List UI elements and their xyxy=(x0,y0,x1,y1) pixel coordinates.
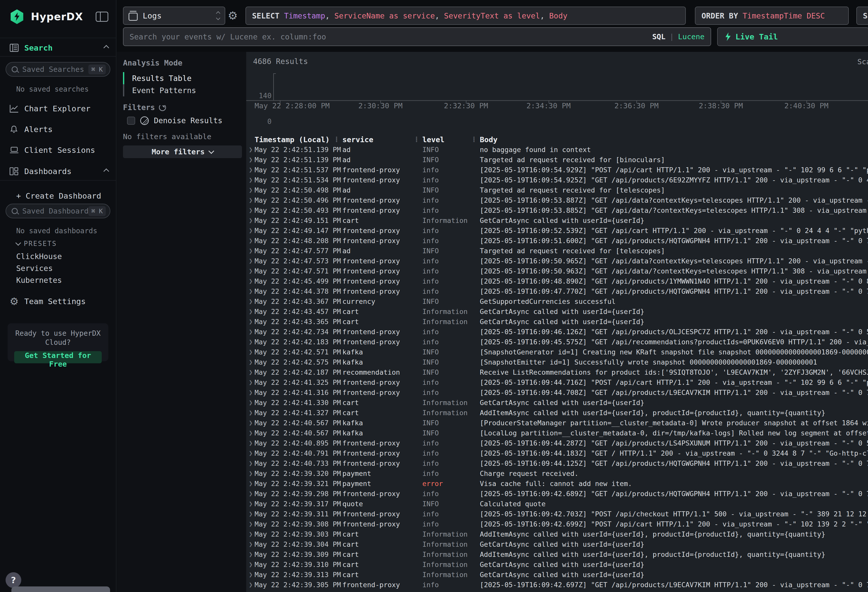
sidebar-item-client-sessions[interactable]: Client Sessions xyxy=(10,143,108,157)
table-row[interactable]: ❯May 22 2:42:42.734 PMfrontend-proxyinfo… xyxy=(246,326,868,337)
row-expand-chevron-icon[interactable]: ❯ xyxy=(249,186,253,194)
table-row[interactable]: ❯May 22 2:42:45.499 PMfrontend-proxyinfo… xyxy=(246,276,868,286)
table-row[interactable]: ❯May 22 2:42:39.317 PMquoteINFOCalculate… xyxy=(246,499,868,509)
table-row[interactable]: ❯May 22 2:42:50.498 PMadINFOTargeted ad … xyxy=(246,185,868,195)
more-filters-button[interactable]: More filters xyxy=(123,145,242,158)
table-row[interactable]: ❯May 22 2:42:47.573 PMfrontend-proxyinfo… xyxy=(246,256,868,266)
row-expand-chevron-icon[interactable]: ❯ xyxy=(249,176,253,184)
column-header-body[interactable]: Body xyxy=(480,135,497,144)
table-row[interactable]: ❯May 22 2:42:42.183 PMfrontend-proxyinfo… xyxy=(246,337,868,347)
row-expand-chevron-icon[interactable]: ❯ xyxy=(249,480,253,487)
order-by-input[interactable]: ORDER BY TimestampTime DESC xyxy=(695,7,849,25)
row-expand-chevron-icon[interactable]: ❯ xyxy=(249,368,253,376)
column-resize-handle[interactable]: ⁞ xyxy=(335,135,337,144)
sidebar-item-search[interactable]: Search xyxy=(10,40,108,55)
analysis-mode-event-patterns[interactable]: Event Patterns xyxy=(123,84,241,96)
column-resize-handle[interactable]: ⁞ xyxy=(415,135,417,144)
row-expand-chevron-icon[interactable]: ❯ xyxy=(249,156,253,164)
table-row[interactable]: ❯May 22 2:42:49.147 PMfrontend-proxyinfo… xyxy=(246,226,868,236)
table-row[interactable]: ❯May 22 2:42:51.534 PMfrontend-proxyinfo… xyxy=(246,175,868,185)
table-row[interactable]: ❯May 22 2:42:39.308 PMfrontend-proxyinfo… xyxy=(246,519,868,529)
table-row[interactable]: ❯May 22 2:42:39.303 PMcartInformationAdd… xyxy=(246,529,868,539)
table-row[interactable]: ❯May 22 2:42:39.311 PMfrontend-proxyinfo… xyxy=(246,509,868,519)
table-row[interactable]: ❯May 22 2:42:51.537 PMfrontend-proxyinfo… xyxy=(246,165,868,175)
select-clause-input[interactable]: SELECT Timestamp, ServiceName as service… xyxy=(245,7,686,25)
row-expand-chevron-icon[interactable]: ❯ xyxy=(249,267,253,275)
table-row[interactable]: ❯May 22 2:42:40.895 PMfrontend-proxyinfo… xyxy=(246,438,868,448)
row-expand-chevron-icon[interactable]: ❯ xyxy=(249,571,253,578)
sidebar-item-alerts[interactable]: Alerts xyxy=(10,122,108,137)
table-row[interactable]: ❯May 22 2:42:47.577 PMadINFOTargeted ad … xyxy=(246,246,868,256)
row-expand-chevron-icon[interactable]: ❯ xyxy=(249,378,253,386)
row-expand-chevron-icon[interactable]: ❯ xyxy=(249,348,253,356)
table-row[interactable]: ❯May 22 2:42:43.365 PMcartInformationGet… xyxy=(246,316,868,326)
row-expand-chevron-icon[interactable]: ❯ xyxy=(249,409,253,416)
table-row[interactable]: ❯May 22 2:42:42.571 PMkafkaINFO[Snapshot… xyxy=(246,347,868,357)
presets-section-toggle[interactable]: PRESETS xyxy=(16,240,57,247)
table-row[interactable]: ❯May 22 2:42:43.457 PMcartInformationGet… xyxy=(246,306,868,316)
refresh-icon[interactable] xyxy=(159,104,166,111)
row-expand-chevron-icon[interactable]: ❯ xyxy=(249,287,253,295)
row-expand-chevron-icon[interactable]: ❯ xyxy=(249,581,253,589)
row-expand-chevron-icon[interactable]: ❯ xyxy=(249,146,253,153)
table-row[interactable]: ❯May 22 2:42:41.327 PMcartInformationAdd… xyxy=(246,407,868,418)
row-expand-chevron-icon[interactable]: ❯ xyxy=(249,166,253,174)
lang-sql-toggle[interactable]: SQL xyxy=(652,32,665,41)
table-row[interactable]: ❯May 22 2:42:40.567 PMkafkaINFO[LocalLog… xyxy=(246,428,868,438)
row-expand-chevron-icon[interactable]: ❯ xyxy=(249,439,253,447)
column-resize-handle[interactable]: ⁞ xyxy=(473,135,475,144)
table-row[interactable]: ❯May 22 2:42:51.139 PMadINFOno baggage f… xyxy=(246,145,868,155)
row-expand-chevron-icon[interactable]: ❯ xyxy=(249,207,253,214)
save-button[interactable]: Sa xyxy=(856,7,868,25)
table-row[interactable]: ❯May 22 2:42:40.567 PMkafkaINFO[Producer… xyxy=(246,418,868,428)
row-expand-chevron-icon[interactable]: ❯ xyxy=(249,237,253,244)
get-started-button[interactable]: Get Started for Free xyxy=(14,351,102,363)
saved-dashboards-input[interactable]: Saved Dashboards ⌘ K xyxy=(6,204,110,218)
saved-searches-input[interactable]: Saved Searches ⌘ K xyxy=(6,62,110,77)
table-row[interactable]: ❯May 22 2:42:39.306 PMfrontend-proxyinfo… xyxy=(246,590,868,592)
table-row[interactable]: ❯May 22 2:42:39.321 PMpaymenterrorVisa c… xyxy=(246,478,868,489)
row-expand-chevron-icon[interactable]: ❯ xyxy=(249,308,253,315)
table-row[interactable]: ❯May 22 2:42:39.309 PMcartInformationAdd… xyxy=(246,549,868,560)
table-row[interactable]: ❯May 22 2:42:49.151 PMcartInformationGet… xyxy=(246,215,868,226)
column-header-level[interactable]: level xyxy=(422,135,444,144)
row-expand-chevron-icon[interactable]: ❯ xyxy=(249,388,253,396)
table-row[interactable]: ❯May 22 2:42:48.208 PMfrontend-proxyinfo… xyxy=(246,236,868,246)
table-row[interactable]: ❯May 22 2:42:40.733 PMfrontend-proxyinfo… xyxy=(246,458,868,468)
table-row[interactable]: ❯May 22 2:42:51.139 PMadINFOTargeted ad … xyxy=(246,155,868,165)
table-row[interactable]: ❯May 22 2:42:41.330 PMcartInformationGet… xyxy=(246,397,868,407)
row-expand-chevron-icon[interactable]: ❯ xyxy=(249,510,253,518)
row-expand-chevron-icon[interactable]: ❯ xyxy=(249,358,253,366)
table-row[interactable]: ❯May 22 2:42:41.316 PMfrontend-proxyinfo… xyxy=(246,387,868,397)
sidebar-item-dashboards[interactable]: Dashboards xyxy=(10,164,108,179)
lang-lucene-toggle[interactable]: Lucene xyxy=(678,32,704,41)
preset-item-clickhouse[interactable]: ClickHouse xyxy=(16,252,62,261)
row-expand-chevron-icon[interactable]: ❯ xyxy=(249,399,253,406)
source-select[interactable]: Logs xyxy=(123,7,225,25)
denoise-results-toggle[interactable]: Denoise Results xyxy=(127,116,223,125)
table-row[interactable]: ❯May 22 2:42:43.367 PMcurrencyINFOGetSup… xyxy=(246,296,868,306)
row-expand-chevron-icon[interactable]: ❯ xyxy=(249,561,253,568)
row-expand-chevron-icon[interactable]: ❯ xyxy=(249,257,253,265)
sidebar-item-team-settings[interactable]: ⚙ Team Settings xyxy=(10,294,108,309)
source-settings-gear-icon[interactable]: ⚙ xyxy=(228,10,238,21)
table-row[interactable]: ❯May 22 2:42:40.791 PMfrontend-proxyinfo… xyxy=(246,448,868,458)
row-expand-chevron-icon[interactable]: ❯ xyxy=(249,196,253,204)
column-header-service[interactable]: service xyxy=(342,135,373,144)
row-expand-chevron-icon[interactable]: ❯ xyxy=(249,551,253,558)
row-expand-chevron-icon[interactable]: ❯ xyxy=(249,247,253,254)
search-input[interactable]: Search your events w/ Lucene ex. column:… xyxy=(123,27,711,46)
row-expand-chevron-icon[interactable]: ❯ xyxy=(249,298,253,305)
row-expand-chevron-icon[interactable]: ❯ xyxy=(249,490,253,498)
row-expand-chevron-icon[interactable]: ❯ xyxy=(249,500,253,508)
table-row[interactable]: ❯May 22 2:42:39.304 PMcartInformationGet… xyxy=(246,539,868,549)
table-row[interactable]: ❯May 22 2:42:50.493 PMfrontend-proxyinfo… xyxy=(246,205,868,215)
row-expand-chevron-icon[interactable]: ❯ xyxy=(249,591,253,592)
column-header-timestamp[interactable]: Timestamp (Local) xyxy=(255,135,330,144)
row-expand-chevron-icon[interactable]: ❯ xyxy=(249,217,253,224)
table-row[interactable]: ❯May 22 2:42:50.496 PMfrontend-proxyinfo… xyxy=(246,195,868,205)
help-button[interactable]: ? xyxy=(6,572,21,588)
sidebar-collapse-icon[interactable] xyxy=(96,12,108,22)
table-row[interactable]: ❯May 22 2:42:39.310 PMcartInformationGet… xyxy=(246,560,868,570)
row-expand-chevron-icon[interactable]: ❯ xyxy=(249,338,253,345)
